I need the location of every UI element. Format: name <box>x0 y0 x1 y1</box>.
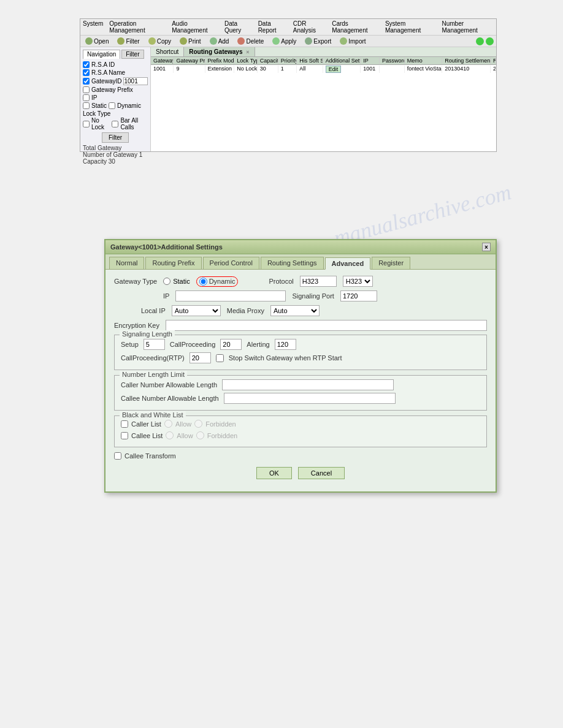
signaling-port-input[interactable] <box>340 290 377 301</box>
menu-data-report[interactable]: Data Report <box>258 20 287 34</box>
callee-transform-label: Callee Transform <box>124 452 176 460</box>
main-tab-bar: Shortcut Routing Gateways × <box>151 47 496 57</box>
gatewayid-checkbox[interactable] <box>83 78 90 85</box>
dynamic-checkbox[interactable] <box>109 102 115 109</box>
cancel-button[interactable]: Cancel <box>298 467 345 479</box>
open-button[interactable]: Open <box>83 37 111 45</box>
static-radio[interactable] <box>163 278 170 285</box>
media-proxy-select[interactable]: Auto <box>270 305 320 316</box>
menu-system-mgmt[interactable]: System Management <box>385 20 436 34</box>
signaling-length-section: Signaling Length Setup CallProceeding Al… <box>114 335 487 370</box>
rsaname-checkbox[interactable] <box>83 69 90 76</box>
ip-checkbox[interactable] <box>83 94 90 101</box>
ip-signaling-row: IP Signaling Port <box>114 290 487 301</box>
cell-gateway-prefix: 9 <box>174 66 205 73</box>
gatewayid-input[interactable] <box>123 77 148 85</box>
print-icon <box>180 37 187 45</box>
menu-data-query[interactable]: Data Query <box>224 20 252 34</box>
callee-transform-checkbox[interactable] <box>114 452 121 460</box>
setup-input[interactable] <box>144 339 165 350</box>
cell-ip: 1001 <box>361 66 380 73</box>
call-proceeding-rtp-label: CallProceeding(RTP) <box>121 354 185 362</box>
tab-period-control[interactable]: Period Control <box>203 257 259 269</box>
static-label: Static <box>91 102 107 109</box>
routing-gateways-tab[interactable]: Routing Gateways × <box>184 47 255 56</box>
apply-button[interactable]: Apply <box>270 37 299 45</box>
encryption-key-input[interactable] <box>166 320 487 331</box>
dynamic-radio[interactable] <box>199 278 207 286</box>
encryption-key-row: Encryption Key <box>114 320 487 331</box>
add-button[interactable]: Add <box>207 37 232 45</box>
edit-additional-settings-button[interactable]: Edit <box>326 66 342 73</box>
callee-forbidden-radio[interactable] <box>196 431 204 439</box>
protocol-input[interactable] <box>300 276 337 287</box>
signaling-length-title: Signaling Length <box>120 330 175 338</box>
filter-icon <box>117 37 124 45</box>
gateway-type-dynamic: Dynamic <box>196 276 239 287</box>
caller-forbidden-radio[interactable] <box>194 420 202 428</box>
table-row: 1001 9 Extension No Lock 30 1 All Edit 1… <box>151 65 496 74</box>
tab-advanced[interactable]: Advanced <box>325 257 371 270</box>
cell-additional-settings: Edit <box>323 66 361 73</box>
menu-cards-mgmt[interactable]: Cards Management <box>332 20 379 34</box>
call-proceeding-rtp-input[interactable] <box>190 352 211 363</box>
bar-all-calls-checkbox[interactable] <box>112 121 118 127</box>
print-button[interactable]: Print <box>177 37 204 45</box>
protocol-label: Protocol <box>269 278 293 285</box>
lock-type-row: No Lock Bar All Calls <box>83 117 148 131</box>
tab-routing-prefix[interactable]: Routing Prefix <box>145 257 201 269</box>
export-button[interactable]: Export <box>302 37 334 45</box>
caller-list-checkbox[interactable] <box>121 420 128 428</box>
ip-input[interactable] <box>175 290 286 301</box>
nav-tab-filter[interactable]: Filter <box>121 50 144 59</box>
menu-cdr-analysis[interactable]: CDR Analysis <box>293 20 326 34</box>
ip-label: IP <box>91 94 97 101</box>
tab-normal[interactable]: Normal <box>109 257 144 269</box>
tab-routing-settings[interactable]: Routing Settings <box>261 257 324 269</box>
modal-close-button[interactable]: × <box>482 243 491 251</box>
nav-footer: Total Gateway Number of Gateway 1 Capaci… <box>83 145 148 165</box>
routing-gateways-close[interactable]: × <box>246 49 249 55</box>
callee-allow-radio[interactable] <box>166 431 174 439</box>
filter-ip: IP <box>83 94 148 101</box>
status-dot-2 <box>486 37 494 45</box>
call-proceeding-input[interactable] <box>220 339 242 350</box>
callee-list-checkbox[interactable] <box>121 432 128 439</box>
menu-system[interactable]: System <box>83 20 103 34</box>
call-proceeding-label: CallProceeding <box>170 341 216 348</box>
signaling-length-row2: CallProceeding(RTP) Stop Switch Gateway … <box>121 352 480 363</box>
tab-register[interactable]: Register <box>372 257 410 269</box>
gateway-prefix-checkbox[interactable] <box>83 86 90 93</box>
filter-apply-button[interactable]: Filter <box>102 132 129 143</box>
rsaid-checkbox[interactable] <box>83 61 90 68</box>
caller-number-label: Caller Number Allowable Length <box>121 381 217 389</box>
caller-allow-radio[interactable] <box>164 420 172 428</box>
shortcut-tab[interactable]: Shortcut <box>151 47 184 56</box>
menu-operation-mgmt[interactable]: Operation Management <box>109 20 166 34</box>
delete-button[interactable]: Delete <box>235 37 266 45</box>
main-data-panel: Shortcut Routing Gateways × GatewayID Ga… <box>151 47 496 151</box>
import-icon <box>340 37 347 45</box>
menu-number-mgmt[interactable]: Number Management <box>442 20 494 34</box>
caller-number-input[interactable] <box>222 379 394 390</box>
nav-tab-navigation[interactable]: Navigation <box>83 50 120 59</box>
ok-button[interactable]: OK <box>256 467 292 479</box>
col-lock-type: Lock Type <box>234 58 257 64</box>
callee-number-input[interactable] <box>224 393 396 404</box>
ip-label: IP <box>163 292 169 300</box>
media-proxy-label: Media Proxy <box>227 307 264 314</box>
protocol-select[interactable]: H323 SIP <box>343 276 373 287</box>
filter-button[interactable]: Filter <box>115 37 142 45</box>
no-lock-checkbox[interactable] <box>83 121 90 127</box>
local-ip-label: Local IP <box>141 307 166 314</box>
import-button[interactable]: Import <box>337 37 368 45</box>
top-management-ui: System Operation Management Audio Manage… <box>80 18 497 152</box>
copy-button[interactable]: Copy <box>146 37 174 45</box>
toolbar: Open Filter Copy Print Add Delete Apply <box>80 36 496 47</box>
alerting-input[interactable] <box>275 339 296 350</box>
static-checkbox[interactable] <box>83 102 90 109</box>
stop-switch-checkbox[interactable] <box>216 354 224 362</box>
local-ip-select[interactable]: Auto <box>172 305 221 316</box>
rsaname-label: R.S.A Name <box>91 69 125 76</box>
menu-audio-mgmt[interactable]: Audio Management <box>172 20 218 34</box>
